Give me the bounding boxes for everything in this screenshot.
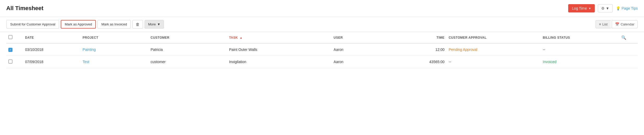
row2-project-link[interactable]: Test xyxy=(83,60,89,64)
toolbar-left: Submit for Customer Approval Mark as App… xyxy=(6,20,164,29)
calendar-label: Calendar xyxy=(621,22,634,26)
gear-icon: ⚙ xyxy=(601,6,605,10)
row1-time: 12:00 xyxy=(394,43,447,56)
row2-customer: customer xyxy=(148,56,227,68)
th-checkbox xyxy=(6,32,23,43)
page-title: All Timesheet xyxy=(6,5,44,12)
calendar-view-button[interactable]: 📅 Calendar xyxy=(612,20,638,28)
th-task-label: Task xyxy=(229,36,238,39)
row1-project: Painting xyxy=(80,43,148,56)
row1-customer-approval-status: Pending Approval xyxy=(449,48,477,52)
page-header: All Timesheet Log Time ▼ ⚙ ▼ 💡 Page Tips xyxy=(0,0,644,17)
row1-customer: Patricia xyxy=(148,43,227,56)
row1-project-link[interactable]: Painting xyxy=(83,48,96,52)
mark-as-approved-button[interactable]: Mark as Approved xyxy=(61,20,96,29)
row1-checkbox[interactable]: ✓ xyxy=(8,48,13,52)
list-label: List xyxy=(602,22,608,26)
mark-as-invoiced-button[interactable]: Mark as Invoiced xyxy=(97,20,131,29)
row2-task: Invigilation xyxy=(227,56,331,68)
more-caret-icon: ▼ xyxy=(157,22,160,26)
bulb-icon: 💡 xyxy=(616,6,620,10)
more-button[interactable]: More ▼ xyxy=(145,20,164,29)
log-time-label: Log Time xyxy=(572,6,587,10)
row2-date: 07/09/2018 xyxy=(23,56,80,68)
row2-customer-approval: -- xyxy=(447,56,541,68)
th-project: Project xyxy=(80,32,148,43)
timesheet-table: Date Project Customer Task ▲ User Time xyxy=(6,32,638,68)
row1-customer-approval: Pending Approval xyxy=(447,43,541,56)
gear-button[interactable]: ⚙ ▼ xyxy=(598,4,613,12)
table-header-row: Date Project Customer Task ▲ User Time xyxy=(6,32,638,43)
row1-task: Paint Outer Walls xyxy=(227,43,331,56)
th-user: User xyxy=(332,32,394,43)
row1-billing-status: -- xyxy=(541,43,619,56)
delete-icon: 🗑 xyxy=(136,22,140,26)
log-time-caret-icon: ▼ xyxy=(589,7,591,10)
list-view-button[interactable]: ≡ List xyxy=(596,20,611,28)
row1-date: 03/10/2018 xyxy=(23,43,80,56)
row2-user: Aaron xyxy=(332,56,394,68)
th-task[interactable]: Task ▲ xyxy=(227,32,331,43)
th-customer: Customer xyxy=(148,32,227,43)
header-checkbox[interactable] xyxy=(8,35,13,39)
delete-button[interactable]: 🗑 xyxy=(132,20,143,29)
row2-project: Test xyxy=(80,56,148,68)
table-row: 07/09/2018 Test customer Invigilation Aa… xyxy=(6,56,638,68)
row2-billing-status-value: Invoiced xyxy=(543,60,556,64)
th-time: Time xyxy=(394,32,447,43)
toolbar: Submit for Customer Approval Mark as App… xyxy=(0,17,644,32)
header-actions: Log Time ▼ ⚙ ▼ 💡 Page Tips xyxy=(568,4,638,12)
page-tips-button[interactable]: 💡 Page Tips xyxy=(616,6,638,10)
th-date: Date xyxy=(23,32,80,43)
row2-time: 43565:00 xyxy=(394,56,447,68)
more-label: More xyxy=(148,22,156,26)
table-container: Date Project Customer Task ▲ User Time xyxy=(0,32,644,68)
page-tips-label: Page Tips xyxy=(622,6,638,10)
row2-checkbox-cell xyxy=(6,56,23,68)
sort-asc-icon: ▲ xyxy=(240,36,243,39)
log-time-button[interactable]: Log Time ▼ xyxy=(568,4,595,12)
row2-search-cell xyxy=(619,56,638,68)
calendar-icon: 📅 xyxy=(615,22,619,26)
toolbar-right: ≡ List 📅 Calendar xyxy=(596,20,638,28)
table-row: ✓ 03/10/2018 Painting Patricia Paint Out… xyxy=(6,43,638,56)
submit-for-approval-button[interactable]: Submit for Customer Approval xyxy=(6,20,59,29)
row1-checkbox-cell: ✓ xyxy=(6,43,23,56)
th-billing-status: Billing Status xyxy=(541,32,619,43)
row1-user: Aaron xyxy=(332,43,394,56)
list-icon: ≡ xyxy=(599,22,601,26)
row2-billing-status: Invoiced xyxy=(541,56,619,68)
th-customer-approval: Customer Approval xyxy=(447,32,541,43)
th-search: 🔍 xyxy=(619,32,638,43)
row2-checkbox[interactable] xyxy=(8,59,13,64)
row1-search-cell xyxy=(619,43,638,56)
gear-caret-icon: ▼ xyxy=(606,6,609,10)
search-icon[interactable]: 🔍 xyxy=(621,35,627,40)
